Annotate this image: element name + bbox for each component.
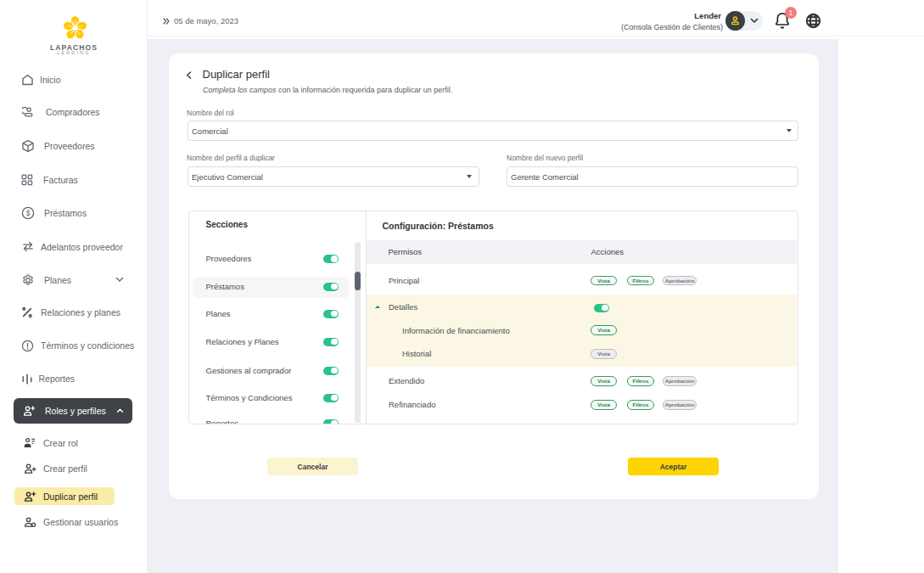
svg-text:$: $ xyxy=(26,209,31,217)
